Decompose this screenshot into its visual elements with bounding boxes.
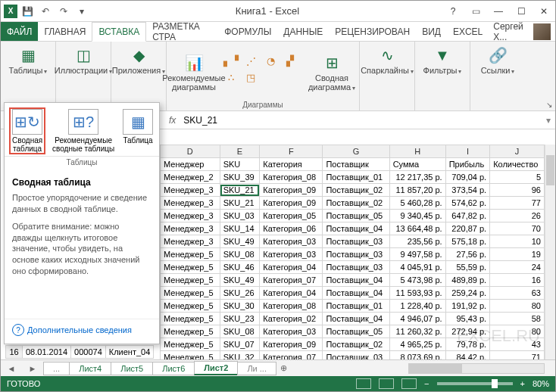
cell[interactable]: Поставщик_01: [323, 300, 389, 313]
table-button[interactable]: ▦ Таблица: [121, 107, 155, 154]
sheet-tab-active[interactable]: Лист2: [194, 361, 238, 375]
cell[interactable]: 10: [490, 235, 545, 248]
tab-data[interactable]: ДАННЫЕ: [277, 22, 329, 41]
header-cell[interactable]: SKU: [220, 158, 260, 171]
cell[interactable]: Поставщик_02: [323, 338, 389, 351]
pivot-chart-button[interactable]: ⊞ Сводная диаграмма: [309, 52, 355, 92]
cell[interactable]: 80: [490, 300, 545, 313]
cell[interactable]: SKU_07: [220, 338, 260, 351]
cell[interactable]: 259,24 р.: [445, 287, 490, 300]
cell[interactable]: 574,62 р.: [445, 197, 490, 210]
cell[interactable]: 220,87 р.: [445, 222, 490, 235]
cell[interactable]: SKU_03: [220, 210, 260, 222]
cell[interactable]: Категория_09: [260, 197, 323, 210]
more-info-link[interactable]: Дополнительные сведения: [5, 319, 159, 341]
cell[interactable]: 63: [490, 287, 545, 300]
cell[interactable]: 5: [490, 171, 545, 184]
cell[interactable]: Поставщик_03: [323, 235, 389, 248]
cell[interactable]: Поставщик_04: [323, 287, 389, 300]
cell[interactable]: 5 473,98 р.: [389, 274, 445, 287]
cell[interactable]: SKU_46: [220, 261, 260, 274]
cell[interactable]: Поставщик_05: [323, 210, 389, 222]
qat-save-icon[interactable]: 💾: [19, 3, 36, 20]
cell[interactable]: 000074: [71, 346, 106, 359]
col-header-H[interactable]: H: [389, 145, 445, 158]
tab-home[interactable]: ГЛАВНАЯ: [38, 22, 92, 41]
header-cell[interactable]: Менеджер: [161, 158, 220, 171]
cell[interactable]: 71: [490, 351, 545, 360]
cell[interactable]: 16: [490, 274, 545, 287]
ribbon-options-icon[interactable]: ▭: [464, 3, 487, 20]
cell[interactable]: Поставщик_03: [323, 248, 389, 261]
cell[interactable]: 647,82 р.: [445, 210, 490, 222]
cell[interactable]: Менеджер_5: [161, 274, 220, 287]
cell[interactable]: 77: [490, 197, 545, 210]
cell[interactable]: 11 260,32 р.: [389, 325, 445, 338]
cell[interactable]: 55,59 р.: [445, 261, 490, 274]
tab-insert[interactable]: ВСТАВКА: [92, 22, 146, 42]
cell[interactable]: Менеджер_2: [161, 171, 220, 184]
sheet-nav-prev-icon[interactable]: ◄: [8, 364, 16, 373]
cell[interactable]: Категория_02: [260, 313, 323, 325]
cell[interactable]: Поставщик_01: [323, 171, 389, 184]
header-cell[interactable]: Прибыль: [445, 158, 490, 171]
cell[interactable]: 24: [490, 261, 545, 274]
zoom-in-icon[interactable]: +: [520, 379, 525, 388]
col-header-G[interactable]: G: [323, 145, 389, 158]
cell[interactable]: 12 217,35 р.: [389, 171, 445, 184]
cell[interactable]: SKU_49: [220, 274, 260, 287]
cell[interactable]: Категория_07: [260, 351, 323, 360]
cell[interactable]: SKU_49: [220, 235, 260, 248]
cell[interactable]: Категория_03: [260, 248, 323, 261]
col-header-F[interactable]: F: [260, 145, 323, 158]
account-area[interactable]: Сергей Х...: [489, 22, 555, 41]
cell[interactable]: Менеджер_5: [161, 325, 220, 338]
cell[interactable]: 08.01.2014: [23, 346, 71, 359]
cell[interactable]: 1 228,40 р.: [389, 300, 445, 313]
zoom-out-icon[interactable]: −: [424, 379, 429, 388]
spreadsheet-grid[interactable]: D E F G H I J Менеджер SKU Категория Пос…: [160, 145, 545, 359]
cell[interactable]: 272,94 р.: [445, 325, 490, 338]
scatter-chart-icon[interactable]: ∴: [221, 72, 241, 89]
help-icon[interactable]: ?: [442, 3, 464, 20]
cell[interactable]: Поставщик_02: [323, 197, 389, 210]
cell[interactable]: Менеджер_5: [161, 287, 220, 300]
cell[interactable]: 27,56 р.: [445, 248, 490, 261]
cell[interactable]: SKU_21: [220, 184, 260, 197]
cell[interactable]: 4 946,07 р.: [389, 313, 445, 325]
cell[interactable]: Поставщик_03: [323, 351, 389, 360]
recommended-pivot-button[interactable]: ⊞? Рекомендуемые сводные таблицы: [48, 107, 118, 154]
cell[interactable]: SKU_08: [220, 248, 260, 261]
col-header-D[interactable]: D: [161, 145, 220, 158]
cell[interactable]: Категория_03: [260, 325, 323, 338]
cell[interactable]: SKU_23: [220, 313, 260, 325]
cell[interactable]: Менеджер_3: [161, 222, 220, 235]
tables-button[interactable]: ▦ Таблицы: [5, 45, 51, 76]
cell[interactable]: SKU_30: [220, 300, 260, 313]
sheet-tab[interactable]: ...: [43, 362, 70, 375]
header-cell[interactable]: Количество: [490, 158, 545, 171]
cell[interactable]: Категория_08: [260, 300, 323, 313]
horizontal-scrollbar[interactable]: [408, 363, 545, 374]
add-sheet-icon[interactable]: ⊕: [276, 363, 292, 373]
formula-input[interactable]: [180, 113, 542, 128]
header-cell[interactable]: Сумма: [389, 158, 445, 171]
group-launcher-icon[interactable]: ↘: [546, 101, 552, 109]
tab-review[interactable]: РЕЦЕНЗИРОВАН: [329, 22, 416, 41]
area-chart-icon[interactable]: ▞: [280, 55, 300, 72]
sheet-tab[interactable]: Лист6: [152, 362, 195, 375]
cell[interactable]: Поставщик_04: [323, 222, 389, 235]
cell[interactable]: 489,89 р.: [445, 274, 490, 287]
cell[interactable]: 13 664,48 р.: [389, 222, 445, 235]
cell[interactable]: 5 460,28 р.: [389, 197, 445, 210]
cell[interactable]: Категория_06: [260, 222, 323, 235]
cell[interactable]: Менеджер_5: [161, 338, 220, 351]
vertical-scrollbar[interactable]: [545, 145, 555, 359]
cell[interactable]: SKU_21: [220, 197, 260, 210]
cell[interactable]: Менеджер_5: [161, 248, 220, 261]
cell[interactable]: Категория_07: [260, 274, 323, 287]
maximize-icon[interactable]: ☐: [510, 3, 533, 20]
chart-types[interactable]: ▖▝ ⋰ ◔ ▞ ∴ ◳: [221, 55, 305, 89]
cell[interactable]: 43: [490, 338, 545, 351]
illustrations-button[interactable]: ◫ Иллюстрации: [61, 45, 106, 76]
